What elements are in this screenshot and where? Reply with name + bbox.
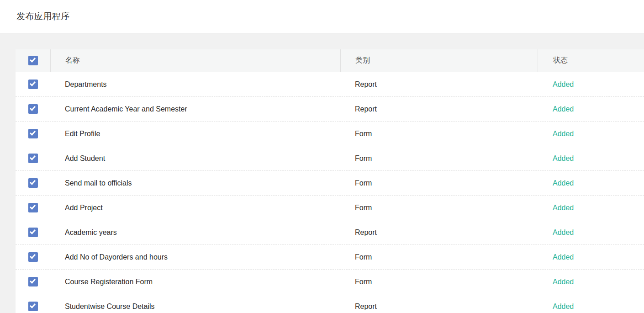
app-status: Added (553, 179, 574, 187)
app-category: Form (355, 253, 372, 261)
check-icon (29, 56, 35, 63)
row-checkbox[interactable] (28, 252, 38, 262)
app-name: Add Student (65, 154, 105, 163)
app-category-cell: Form (340, 245, 538, 269)
row-checkbox[interactable] (28, 178, 38, 188)
check-icon (29, 129, 35, 136)
column-header-status-cell: 状态 (538, 49, 644, 72)
app-status-cell: Added (538, 122, 644, 146)
app-category-cell: Form (340, 196, 538, 220)
app-status: Added (553, 130, 574, 138)
app-category: Report (355, 228, 377, 237)
column-header-category: 类别 (355, 56, 370, 65)
row-checkbox-cell (16, 196, 50, 220)
app-status-cell: Added (538, 220, 644, 244)
app-category-cell: Report (340, 97, 538, 121)
check-icon (29, 179, 35, 185)
app-category: Form (355, 130, 372, 138)
row-checkbox-cell (16, 122, 50, 146)
app-name: Send mail to officials (65, 179, 132, 187)
app-category: Form (355, 179, 372, 187)
table-header-row: 名称 类别 状态 (16, 49, 644, 72)
app-name: Add No of Dayorders and hours (65, 253, 168, 261)
column-header-name-cell: 名称 (50, 49, 340, 72)
row-checkbox-cell (16, 270, 50, 294)
app-name: Course Registeration Form (65, 278, 153, 286)
column-header-status: 状态 (553, 56, 568, 65)
app-status: Added (553, 228, 574, 237)
app-category-cell: Report (340, 220, 538, 244)
select-all-cell (16, 49, 50, 72)
check-icon (29, 154, 35, 160)
app-category: Form (355, 204, 372, 212)
select-all-checkbox[interactable] (28, 56, 38, 65)
row-checkbox[interactable] (28, 228, 38, 237)
app-category: Report (355, 302, 377, 311)
row-checkbox[interactable] (28, 80, 38, 89)
app-status-cell: Added (538, 72, 644, 96)
app-status-cell: Added (538, 171, 644, 195)
app-status: Added (553, 80, 574, 89)
app-status-cell: Added (538, 245, 644, 269)
app-name: Add Project (65, 204, 103, 212)
column-header-name: 名称 (65, 56, 80, 65)
app-name-cell: Add Project (50, 196, 340, 220)
row-checkbox[interactable] (28, 302, 38, 311)
app-category-cell: Form (340, 122, 538, 146)
app-name-cell: Departments (50, 72, 340, 96)
table-row: Academic years Report Added (16, 220, 644, 245)
table-row: Course Registeration Form Form Added (16, 270, 644, 294)
row-checkbox-cell (16, 72, 50, 96)
table-row: Add Project Form Added (16, 196, 644, 220)
table-row: Current Academic Year and Semester Repor… (16, 97, 644, 122)
app-status-cell: Added (538, 294, 644, 313)
table-row: Add No of Dayorders and hours Form Added (16, 245, 644, 270)
app-status-cell: Added (538, 97, 644, 121)
app-category-cell: Form (340, 146, 538, 170)
check-icon (29, 105, 35, 111)
app-category-cell: Form (340, 171, 538, 195)
app-status: Added (553, 253, 574, 261)
row-checkbox[interactable] (28, 154, 38, 163)
app-status: Added (553, 154, 574, 163)
app-name: Academic years (65, 228, 117, 237)
app-name-cell: Course Registeration Form (50, 270, 340, 294)
applications-table: 名称 类别 状态 Departments Report Added (16, 49, 644, 313)
app-status-cell: Added (538, 270, 644, 294)
page-header: 发布应用程序 (0, 0, 644, 33)
app-name-cell: Current Academic Year and Semester (50, 97, 340, 121)
table-row: Studentwise Course Details Report Added (16, 294, 644, 313)
check-icon (29, 277, 35, 284)
page-title: 发布应用程序 (16, 11, 70, 22)
app-category: Form (355, 154, 372, 163)
row-checkbox-cell (16, 220, 50, 244)
check-icon (29, 228, 35, 234)
app-category: Report (355, 80, 377, 89)
row-checkbox[interactable] (28, 203, 38, 212)
row-checkbox[interactable] (28, 129, 38, 138)
app-category-cell: Report (340, 72, 538, 96)
app-status: Added (553, 278, 574, 286)
app-status-cell: Added (538, 196, 644, 220)
row-checkbox-cell (16, 245, 50, 269)
table-row: Edit Profile Form Added (16, 122, 644, 146)
app-name-cell: Add Student (50, 146, 340, 170)
app-name-cell: Studentwise Course Details (50, 294, 340, 313)
app-name-cell: Send mail to officials (50, 171, 340, 195)
row-checkbox[interactable] (28, 277, 38, 286)
table-row: Add Student Form Added (16, 146, 644, 171)
app-name: Departments (65, 80, 107, 89)
column-header-category-cell: 类别 (340, 49, 538, 72)
row-checkbox-cell (16, 294, 50, 313)
app-status: Added (553, 105, 574, 113)
app-status: Added (553, 204, 574, 212)
app-name: Current Academic Year and Semester (65, 105, 187, 113)
check-icon (29, 80, 35, 86)
row-checkbox[interactable] (28, 104, 38, 114)
app-category-cell: Report (340, 294, 538, 313)
app-status-cell: Added (538, 146, 644, 170)
table-row: Departments Report Added (16, 72, 644, 97)
row-checkbox-cell (16, 97, 50, 121)
table-row: Send mail to officials Form Added (16, 171, 644, 196)
app-name-cell: Academic years (50, 220, 340, 244)
